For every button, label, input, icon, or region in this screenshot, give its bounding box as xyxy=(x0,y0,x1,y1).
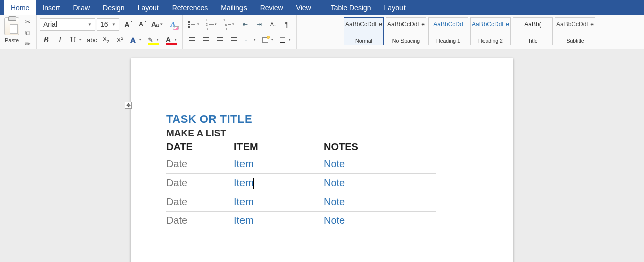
align-right-icon xyxy=(217,37,223,42)
tab-table-design[interactable]: Table Design xyxy=(324,0,378,15)
table-header-row[interactable]: DATE ITEM NOTES xyxy=(166,140,436,155)
cell-notes[interactable]: Note xyxy=(324,155,436,174)
align-center-icon xyxy=(203,37,209,42)
borders-button[interactable]: ▾ xyxy=(277,34,293,46)
table-row[interactable]: DateItemNote xyxy=(166,155,436,174)
align-right-button[interactable] xyxy=(214,34,226,46)
shrink-font-button[interactable]: A▾ xyxy=(135,18,147,31)
numbering-icon: 123 xyxy=(206,18,214,31)
cell-item[interactable]: Item xyxy=(234,155,324,174)
subscript-button[interactable]: X2 xyxy=(100,34,112,46)
style-sample: AaBb( xyxy=(524,21,541,28)
chevron-down-icon: ▼ xyxy=(112,22,116,27)
tab-insert[interactable]: Insert xyxy=(36,0,66,15)
paste-label: Paste xyxy=(5,37,19,43)
chevron-down-icon: ▼ xyxy=(88,22,92,27)
cell-notes[interactable]: Note xyxy=(324,174,436,193)
text-effects-button[interactable]: A▾ xyxy=(128,34,144,46)
cell-date[interactable]: Date xyxy=(166,155,234,174)
style-label: Title xyxy=(528,38,537,44)
cell-notes[interactable]: Note xyxy=(324,211,436,230)
sort-button[interactable]: A↓ xyxy=(267,18,279,31)
cell-item[interactable]: Item xyxy=(234,211,324,230)
clear-formatting-button[interactable]: A xyxy=(167,18,179,31)
increase-indent-button[interactable]: ⇥ xyxy=(253,18,265,31)
justify-button[interactable] xyxy=(228,34,240,46)
align-center-button[interactable] xyxy=(200,34,212,46)
doc-title[interactable]: TASK OR TITLE xyxy=(166,113,478,126)
font-color-button[interactable]: A▾ xyxy=(163,34,179,46)
cell-item[interactable]: Item xyxy=(234,174,324,193)
clipboard-icon xyxy=(4,17,19,35)
cell-notes[interactable]: Note xyxy=(324,193,436,211)
numbering-button[interactable]: 123 ▾ xyxy=(203,18,219,31)
grow-font-button[interactable]: A▴ xyxy=(121,18,133,31)
show-marks-button[interactable]: ¶ xyxy=(281,18,293,31)
document-page[interactable]: ✥ TASK OR TITLE MAKE A LIST DATE ITEM NO… xyxy=(131,58,513,262)
table-row[interactable]: DateItemNote xyxy=(166,193,436,211)
style-normal[interactable]: AaBbCcDdEeNormal xyxy=(344,17,384,45)
font-family-input[interactable]: Arial ▼ xyxy=(40,18,95,31)
style-title[interactable]: AaBb(Title xyxy=(513,17,553,45)
group-font: Arial ▼ 16 ▼ A▴ A▾ Aa▾ A B I U▾ abc X2 X… xyxy=(37,15,183,49)
italic-button[interactable]: I xyxy=(54,34,66,46)
style-subtitle[interactable]: AaBbCcDdEeSubtitle xyxy=(555,17,595,45)
font-family-value: Arial xyxy=(43,20,57,28)
shading-button[interactable]: ▾ xyxy=(260,34,276,46)
cell-item[interactable]: Item xyxy=(234,193,324,211)
style-nospacing[interactable]: AaBbCcDdEeNo Spacing xyxy=(386,17,426,45)
style-heading2[interactable]: AaBbCcDdEeHeading 2 xyxy=(470,17,511,45)
underline-button[interactable]: U▾ xyxy=(68,34,84,46)
paste-button[interactable]: Paste xyxy=(4,17,19,43)
multilevel-list-button[interactable]: 1ai ▾ xyxy=(221,18,237,31)
copy-icon: ⧉ xyxy=(25,29,30,37)
superscript-button[interactable]: X2 xyxy=(114,34,126,46)
style-label: Heading 2 xyxy=(478,38,503,44)
decrease-indent-button[interactable]: ⇤ xyxy=(238,18,251,31)
highlight-button[interactable]: ✎▾ xyxy=(145,34,162,46)
header-item[interactable]: ITEM xyxy=(234,140,324,155)
copy-button[interactable]: ⧉ xyxy=(23,28,32,37)
scissors-icon: ✂ xyxy=(25,18,31,26)
tab-design[interactable]: Design xyxy=(96,0,131,15)
document-workspace: ✥ TASK OR TITLE MAKE A LIST DATE ITEM NO… xyxy=(0,49,644,262)
cell-date[interactable]: Date xyxy=(166,211,234,230)
tab-references[interactable]: References xyxy=(166,0,215,15)
cell-date[interactable]: Date xyxy=(166,193,234,211)
style-label: Subtitle xyxy=(566,38,584,44)
doc-subtitle[interactable]: MAKE A LIST xyxy=(166,128,478,139)
font-size-value: 16 xyxy=(100,20,108,28)
font-size-input[interactable]: 16 ▼ xyxy=(97,18,119,31)
tab-table-layout[interactable]: Layout xyxy=(378,0,412,15)
style-sample: AaBbCcDdEe xyxy=(387,21,425,28)
bold-button[interactable]: B xyxy=(40,34,52,46)
align-left-button[interactable] xyxy=(186,34,198,46)
format-painter-button[interactable]: ✎ xyxy=(21,37,34,50)
list-table[interactable]: DATE ITEM NOTES DateItemNoteDateItemNote… xyxy=(166,140,436,230)
sort-icon: A↓ xyxy=(270,21,276,27)
ribbon-tabs: Home Insert Draw Design Layout Reference… xyxy=(0,0,644,15)
cut-button[interactable]: ✂ xyxy=(23,17,32,26)
table-row[interactable]: DateItemNote xyxy=(166,211,436,230)
bullets-button[interactable]: ▾ xyxy=(186,18,202,31)
style-sample: AaBbCcDdEe xyxy=(556,21,594,28)
strikethrough-button[interactable]: abc xyxy=(86,34,98,46)
shading-icon xyxy=(262,37,268,43)
tab-home[interactable]: Home xyxy=(4,0,36,15)
tab-mailings[interactable]: Mailings xyxy=(214,0,253,15)
tab-draw[interactable]: Draw xyxy=(66,0,96,15)
cell-date[interactable]: Date xyxy=(166,174,234,193)
header-notes[interactable]: NOTES xyxy=(324,140,436,155)
tab-view[interactable]: View xyxy=(290,0,318,15)
table-row[interactable]: DateItemNote xyxy=(166,174,436,193)
header-date[interactable]: DATE xyxy=(166,140,234,155)
change-case-button[interactable]: Aa▾ xyxy=(149,18,165,31)
tab-layout[interactable]: Layout xyxy=(131,0,166,15)
pilcrow-icon: ¶ xyxy=(285,20,289,28)
tab-review[interactable]: Review xyxy=(254,0,290,15)
group-clipboard: Paste ✂ ⧉ ✎ xyxy=(0,15,37,49)
line-spacing-icon: ↕ xyxy=(245,38,247,41)
line-spacing-button[interactable]: ↕▾ xyxy=(242,34,258,46)
style-heading1[interactable]: AaBbCcDdHeading 1 xyxy=(428,17,468,45)
table-move-handle[interactable]: ✥ xyxy=(125,102,132,109)
